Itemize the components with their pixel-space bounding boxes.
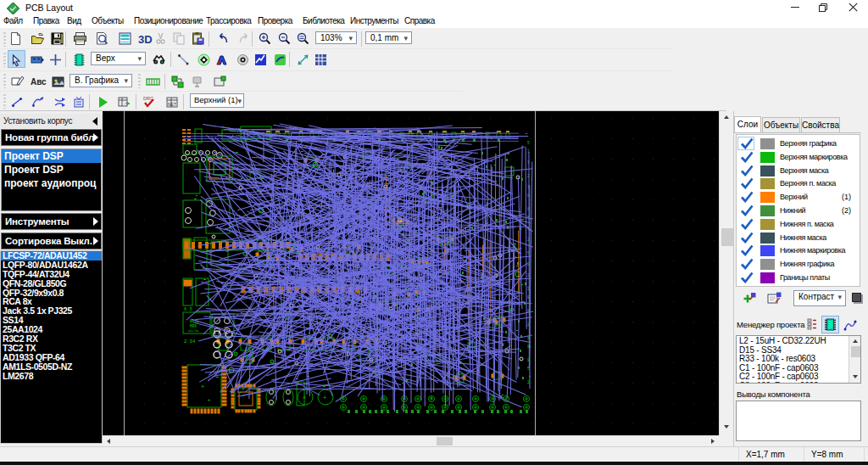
svg-text:NET: NET (168, 102, 176, 107)
svg-text:6 5: 6 5 (184, 306, 192, 312)
svg-text:5: 5 (527, 141, 530, 145)
svg-text:MRK: MRK (190, 324, 197, 328)
svg-text:2 34: 2 34 (184, 339, 196, 345)
svg-text:AVL/OC: AVL/OC (188, 329, 199, 333)
svg-text:+: + (201, 384, 204, 390)
svg-text:+: + (323, 395, 326, 401)
